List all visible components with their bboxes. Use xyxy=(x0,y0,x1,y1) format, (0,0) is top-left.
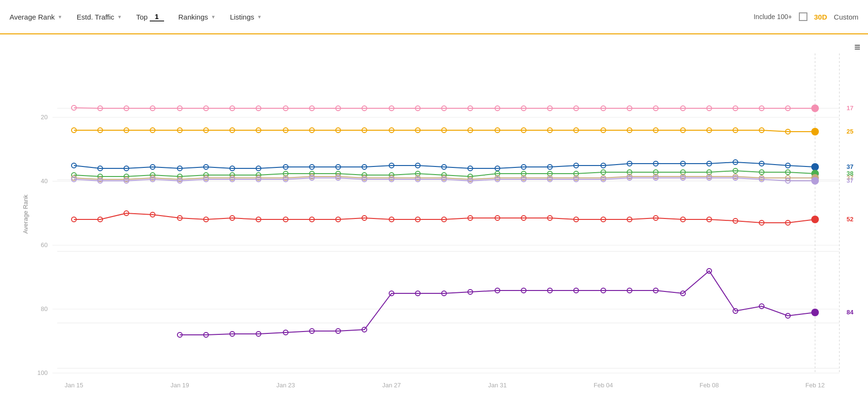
top-number-input[interactable] xyxy=(150,12,164,21)
include-100-checkbox[interactable] xyxy=(799,12,807,21)
avg-rank-label: Average Rank xyxy=(10,13,55,21)
svg-point-233 xyxy=(811,216,819,223)
avg-rank-dropdown[interactable]: Average Rank ▼ xyxy=(10,13,62,21)
svg-text:Jan 27: Jan 27 xyxy=(382,382,401,389)
svg-text:Jan 31: Jan 31 xyxy=(488,382,506,389)
avg-rank-arrow: ▼ xyxy=(58,14,62,20)
svg-text:Jan 15: Jan 15 xyxy=(64,382,83,389)
rankings-arrow: ▼ xyxy=(211,14,216,20)
svg-point-259 xyxy=(811,309,819,316)
estd-traffic-dropdown[interactable]: Estd. Traffic ▼ xyxy=(77,13,122,21)
svg-text:52: 52 xyxy=(847,216,853,223)
rankings-dropdown[interactable]: Rankings ▼ xyxy=(178,13,216,21)
estd-traffic-arrow: ▼ xyxy=(117,14,122,20)
chart-area: ≡ Average Rank 20 40 60 80 100 Jan 15 Ja xyxy=(0,34,868,394)
toolbar-right: Include 100+ 30D Custom xyxy=(754,12,858,21)
svg-text:37: 37 xyxy=(847,177,853,184)
svg-text:Feb 08: Feb 08 xyxy=(700,382,719,389)
period-custom-button[interactable]: Custom xyxy=(834,13,858,21)
svg-text:37: 37 xyxy=(847,163,853,170)
toolbar: Average Rank ▼ Estd. Traffic ▼ Top Ranki… xyxy=(0,0,868,34)
include-label: Include 100+ xyxy=(754,13,792,21)
period-30d-button[interactable]: 30D xyxy=(814,13,827,21)
svg-text:60: 60 xyxy=(41,241,48,249)
top-label: Top xyxy=(136,13,148,21)
svg-text:100: 100 xyxy=(37,369,48,376)
svg-text:25: 25 xyxy=(847,128,853,135)
svg-text:Feb 12: Feb 12 xyxy=(806,382,825,389)
svg-text:Jan 23: Jan 23 xyxy=(276,382,295,389)
svg-text:84: 84 xyxy=(847,309,854,316)
top-input-wrapper: Top xyxy=(136,12,164,21)
svg-text:Feb 04: Feb 04 xyxy=(594,382,613,389)
svg-text:17: 17 xyxy=(847,104,853,112)
svg-text:Jan 19: Jan 19 xyxy=(170,382,189,389)
listings-arrow: ▼ xyxy=(257,14,262,20)
svg-point-203 xyxy=(811,177,819,185)
svg-text:20: 20 xyxy=(41,114,48,121)
rankings-label: Rankings xyxy=(178,13,208,21)
svg-text:40: 40 xyxy=(41,177,48,185)
svg-point-83 xyxy=(811,104,819,112)
svg-point-113 xyxy=(811,163,819,171)
estd-traffic-label: Estd. Traffic xyxy=(77,13,114,21)
svg-text:80: 80 xyxy=(41,305,48,312)
svg-point-53 xyxy=(811,128,819,135)
hamburger-icon[interactable]: ≡ xyxy=(854,41,860,53)
chart-svg: 20 40 60 80 100 Jan 15 Jan 19 Jan 23 Jan… xyxy=(0,34,868,394)
listings-dropdown[interactable]: Listings ▼ xyxy=(230,13,262,21)
listings-label: Listings xyxy=(230,13,254,21)
